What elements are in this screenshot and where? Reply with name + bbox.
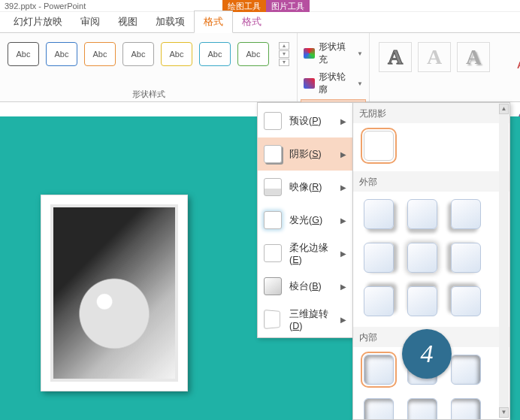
menu-item-shadow[interactable]: 阴影(S) ▶ [258,137,352,171]
text-fill-button[interactable]: A文本填充 [517,39,520,90]
ribbon-tabs: 幻灯片放映 审阅 视图 加载项 格式 格式 [0,12,520,33]
chevron-right-icon: ▶ [340,183,346,192]
group-shape-format: 形状填充 ▼ 形状轮廓 ▼ 形状效果 ▼ [298,33,370,101]
shadow-inner-option[interactable] [364,355,394,385]
chevron-right-icon: ▶ [340,316,346,324]
chevron-right-icon: ▶ [340,117,346,125]
panel-section-none: 无阴影 [353,103,509,123]
style-swatch[interactable]: Abc [161,42,192,66]
shadow-outer-option[interactable] [451,243,481,273]
group-shape-styles: Abc Abc Abc Abc Abc Abc Abc ▴▾▾ 形状样式 [0,33,298,101]
picture-placeholder[interactable] [41,195,188,391]
shadow-outer-option[interactable] [407,286,437,316]
tab-addin[interactable]: 加载项 [147,11,194,32]
preset-icon [264,112,282,130]
menu-item-glow[interactable]: 发光(G) ▶ [258,204,352,237]
shadow-inner-option[interactable] [451,398,481,420]
shadow-none[interactable] [364,131,394,161]
picture-tools-tab[interactable]: 图片工具 [266,0,310,12]
chevron-down-icon: ▼ [357,80,363,87]
panel-scrollbar[interactable]: ▲ ▼ [499,104,509,418]
photo-image [53,207,175,379]
style-swatch[interactable]: Abc [237,42,269,66]
scroll-up-icon[interactable]: ▲ [499,104,509,114]
chevron-down-icon: ▼ [357,50,363,57]
wordart-swatch[interactable]: A [379,42,412,72]
menu-item-reflection[interactable]: 映像(R) ▶ [258,171,352,204]
menu-item-bevel[interactable]: 棱台(B) ▶ [258,270,352,303]
shadow-outer-option[interactable] [407,243,437,273]
shadow-outer-option[interactable] [364,243,394,273]
rotate-3d-icon [264,310,280,329]
tab-slideshow[interactable]: 幻灯片放映 [5,11,71,32]
tab-format-drawing[interactable]: 格式 [194,11,233,33]
shadow-outer-option[interactable] [407,199,437,229]
shadow-outer-option[interactable] [451,199,481,229]
wordart-swatch[interactable]: A [418,42,451,72]
tab-review[interactable]: 审阅 [71,11,109,32]
bevel-icon [264,277,282,295]
style-swatch[interactable]: Abc [8,42,39,66]
style-swatch[interactable]: Abc [122,42,154,66]
glow-icon [264,211,282,229]
chevron-right-icon: ▶ [340,150,346,159]
shape-outline-button[interactable]: 形状轮廓 ▼ [301,69,366,98]
soft-edge-icon [264,244,282,262]
style-swatch[interactable]: Abc [46,42,77,66]
wordart-swatch[interactable]: A [457,42,490,72]
shadow-inner-option[interactable] [364,398,394,420]
shadow-outer-option[interactable] [364,286,394,316]
label: 形状填充 [319,41,352,66]
bucket-icon [304,48,315,59]
ribbon: Abc Abc Abc Abc Abc Abc Abc ▴▾▾ 形状样式 形状填… [0,33,520,102]
scroll-down-icon[interactable]: ▼ [499,407,509,418]
style-swatch[interactable]: Abc [199,42,231,66]
tab-format-picture[interactable]: 格式 [233,11,271,32]
chevron-right-icon: ▶ [340,283,346,291]
chevron-right-icon: ▶ [340,216,346,225]
gallery-more[interactable]: ▴▾▾ [279,42,289,66]
pen-icon [304,78,315,89]
shadow-outer-option[interactable] [451,286,481,316]
shadow-inner-option[interactable] [451,355,481,385]
shape-effects-menu: 预设(P) ▶ 阴影(S) ▶ 映像(R) ▶ 发光(G) ▶ 柔化边缘(E) … [257,102,353,338]
group-wordart-styles: A A A ▴▾▾ A文本填充 A文本轮廓 A文本效果 艺术字样式 [370,33,520,101]
menu-item-3d-rotation[interactable]: 三维旋转(D) ▶ [258,303,352,336]
shadow-outer-option[interactable] [364,199,394,229]
shape-style-gallery[interactable]: Abc Abc Abc Abc Abc Abc Abc ▴▾▾ [6,36,291,66]
group-title: 形状样式 [6,86,291,101]
reflection-icon [264,178,282,196]
shadow-inner-option[interactable] [407,398,437,420]
label: 形状轮廓 [319,71,352,96]
chevron-right-icon: ▶ [340,249,346,258]
step-badge: 4 [402,329,452,379]
tab-view[interactable]: 视图 [109,11,147,32]
contextual-tool-tabs: 绘图工具 图片工具 [222,0,310,12]
panel-section-outer: 外部 [353,171,509,192]
shadow-icon [264,145,282,163]
window-title: 392.pptx - PowerPoint [5,2,86,11]
shape-fill-button[interactable]: 形状填充 ▼ [301,39,366,68]
menu-item-soft-edges[interactable]: 柔化边缘(E) ▶ [258,237,352,270]
menu-item-preset[interactable]: 预设(P) ▶ [258,104,352,137]
style-swatch[interactable]: Abc [84,42,116,66]
